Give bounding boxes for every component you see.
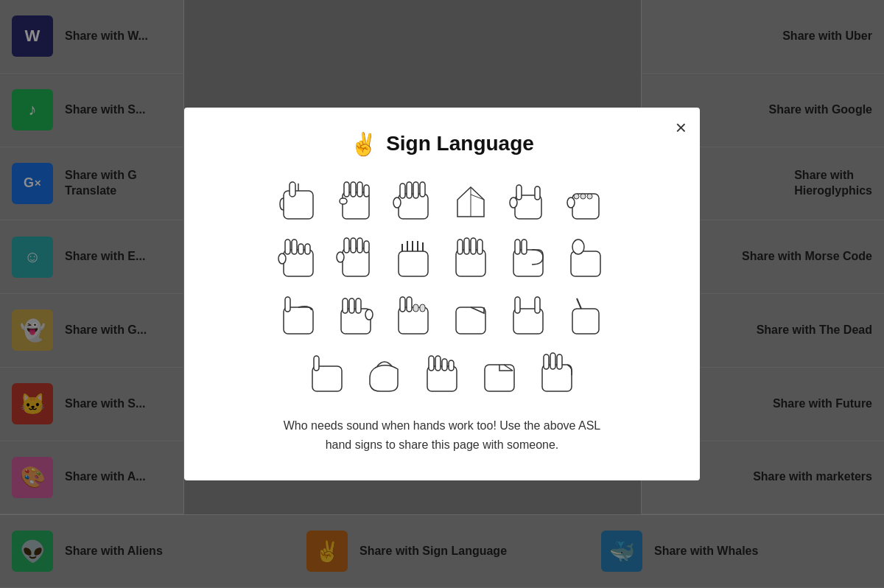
hand-sign-6 — [559, 175, 612, 228]
hand-sign-15 — [387, 290, 440, 343]
svg-rect-65 — [456, 307, 485, 334]
svg-point-30 — [278, 253, 286, 264]
hand-sign-20 — [358, 347, 411, 400]
svg-rect-64 — [420, 304, 425, 312]
svg-rect-57 — [349, 298, 354, 313]
svg-rect-62 — [407, 297, 412, 312]
svg-rect-4 — [344, 182, 349, 197]
svg-rect-50 — [522, 239, 527, 254]
svg-rect-44 — [457, 239, 463, 254]
hand-sign-9 — [387, 232, 440, 285]
svg-rect-33 — [351, 238, 356, 253]
hand-row-3 — [272, 290, 612, 343]
svg-rect-8 — [340, 198, 347, 204]
modal-overlay: × ✌️ Sign Language — [0, 0, 884, 588]
svg-rect-29 — [305, 244, 310, 254]
close-button[interactable]: × — [676, 118, 687, 137]
svg-rect-11 — [407, 182, 412, 198]
svg-rect-21 — [574, 194, 579, 199]
svg-rect-18 — [535, 186, 540, 200]
svg-rect-68 — [535, 297, 540, 313]
svg-rect-51 — [571, 251, 600, 276]
hand-sign-2 — [329, 175, 382, 228]
svg-rect-6 — [357, 182, 362, 197]
svg-rect-7 — [364, 185, 369, 197]
svg-rect-26 — [285, 239, 290, 254]
hand-sign-8 — [329, 232, 382, 285]
hand-sign-17 — [502, 290, 555, 343]
hand-row-2 — [272, 232, 612, 285]
svg-rect-82 — [550, 353, 555, 369]
hand-sign-18 — [559, 290, 612, 343]
svg-line-70 — [577, 298, 581, 309]
svg-rect-1 — [290, 182, 295, 197]
hand-sign-23 — [530, 347, 583, 400]
svg-rect-22 — [580, 194, 586, 199]
hand-sign-11 — [502, 232, 555, 285]
hand-row-1 — [272, 175, 612, 228]
svg-rect-69 — [572, 309, 599, 334]
svg-rect-74 — [429, 356, 434, 371]
svg-rect-56 — [343, 298, 348, 313]
svg-rect-67 — [515, 297, 520, 313]
svg-rect-35 — [364, 241, 369, 253]
svg-rect-83 — [557, 354, 562, 369]
svg-rect-12 — [413, 182, 418, 198]
modal-title: Sign Language — [386, 132, 534, 155]
hand-sign-7 — [272, 232, 325, 285]
hand-signs-grid — [272, 175, 612, 400]
hand-sign-1 — [272, 175, 325, 228]
svg-point-24 — [567, 197, 575, 208]
svg-rect-61 — [400, 297, 405, 312]
sign-language-modal: × ✌️ Sign Language — [184, 108, 700, 480]
svg-rect-49 — [515, 239, 520, 254]
svg-rect-34 — [357, 238, 362, 253]
hand-row-4 — [272, 347, 612, 400]
hand-sign-13 — [272, 290, 325, 343]
svg-point-52 — [572, 239, 584, 254]
hand-sign-5 — [502, 175, 555, 228]
hand-sign-21 — [415, 347, 469, 400]
svg-rect-72 — [314, 356, 319, 371]
svg-rect-28 — [298, 244, 304, 254]
hand-sign-4 — [444, 175, 497, 228]
svg-rect-37 — [399, 251, 428, 276]
svg-rect-47 — [477, 239, 483, 254]
hand-sign-14 — [329, 290, 382, 343]
svg-rect-23 — [587, 194, 592, 199]
svg-rect-13 — [420, 182, 425, 197]
svg-rect-63 — [413, 304, 418, 312]
svg-rect-17 — [516, 185, 522, 200]
svg-point-59 — [365, 309, 373, 320]
svg-rect-76 — [442, 359, 447, 371]
modal-title-row: ✌️ Sign Language — [350, 131, 534, 157]
svg-point-19 — [510, 197, 517, 208]
svg-rect-54 — [285, 297, 290, 312]
svg-rect-10 — [400, 183, 405, 198]
svg-point-14 — [393, 197, 401, 208]
svg-rect-75 — [435, 356, 441, 371]
hand-sign-19 — [301, 347, 354, 400]
hand-sign-22 — [473, 347, 526, 400]
svg-rect-5 — [351, 182, 356, 197]
svg-rect-0 — [284, 191, 313, 219]
svg-rect-27 — [292, 239, 297, 254]
svg-point-36 — [337, 252, 344, 262]
svg-rect-77 — [449, 360, 454, 371]
svg-rect-46 — [471, 238, 476, 254]
svg-rect-32 — [344, 238, 349, 253]
hand-sign-12 — [559, 232, 612, 285]
svg-rect-81 — [544, 354, 549, 369]
hand-sign-3 — [387, 175, 440, 228]
modal-title-icon: ✌️ — [350, 131, 377, 157]
hand-sign-10 — [444, 232, 497, 285]
modal-description: Who needs sound when hands work too! Use… — [273, 416, 611, 454]
svg-rect-58 — [356, 298, 361, 313]
svg-rect-45 — [464, 238, 469, 254]
hand-sign-16 — [444, 290, 497, 343]
